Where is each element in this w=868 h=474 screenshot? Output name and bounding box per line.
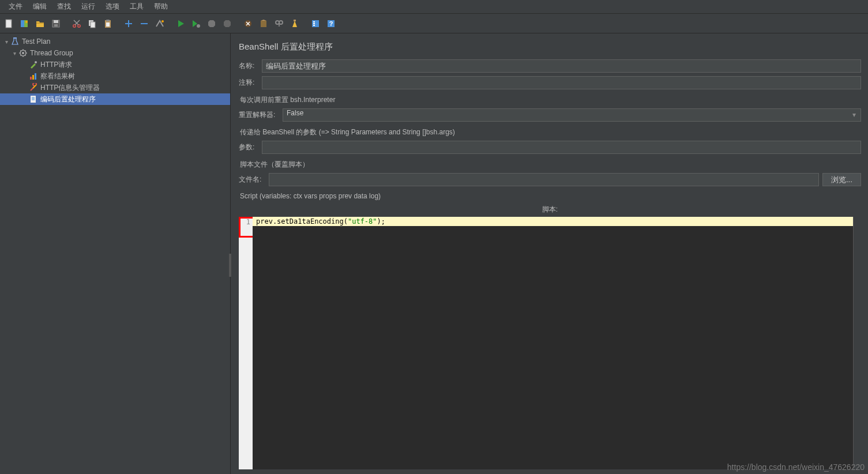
- svg-point-15: [161, 20, 164, 22]
- params-section-label: 传递给 BeanShell 的参数 (=> String Parameters …: [240, 127, 861, 137]
- reset-search-icon[interactable]: [288, 17, 302, 31]
- reset-select[interactable]: False: [283, 108, 861, 122]
- tree-node-result-tree[interactable]: 察看结果树: [0, 70, 230, 82]
- menu-help[interactable]: 帮助: [149, 2, 173, 12]
- chevron-down-icon[interactable]: ▾: [10, 50, 18, 57]
- help-icon[interactable]: ?: [324, 17, 338, 31]
- pipette-icon: [29, 60, 38, 69]
- clear-icon[interactable]: [241, 17, 255, 31]
- reset-section-label: 每次调用前重置 bsh.Interpreter: [240, 95, 861, 105]
- templates-icon[interactable]: [18, 17, 32, 31]
- tree-node-test-plan[interactable]: ▾ Test Plan: [0, 36, 230, 47]
- tree-node-thread-group[interactable]: ▾ Thread Group: [0, 47, 230, 59]
- svg-rect-33: [32, 75, 34, 80]
- tree-label: HTTP请求: [40, 60, 72, 70]
- panel-title: BeanShell 后置处理程序: [239, 42, 861, 52]
- svg-rect-25: [313, 25, 315, 26]
- filename-label: 文件名:: [239, 175, 265, 185]
- scriptfile-section-label: 脚本文件（覆盖脚本）: [240, 160, 861, 170]
- paste-icon[interactable]: [101, 17, 115, 31]
- stop-icon[interactable]: [205, 17, 219, 31]
- menu-file[interactable]: 文件: [3, 2, 28, 12]
- line-number: 1: [239, 218, 250, 226]
- function-helper-icon[interactable]: [309, 17, 322, 31]
- code-area[interactable]: prev.setDa1taEncoding("utf-8");: [253, 217, 853, 469]
- svg-rect-28: [13, 37, 17, 39]
- menu-bar: 文件 编辑 查找 运行 选项 工具 帮助: [0, 0, 868, 14]
- svg-rect-32: [30, 77, 32, 80]
- line-gutter: 1: [239, 217, 253, 469]
- search-icon[interactable]: [272, 17, 286, 31]
- script-hint-label: Script (variables: ctx vars props prev d…: [240, 192, 861, 200]
- svg-rect-18: [261, 21, 266, 27]
- open-icon[interactable]: [33, 17, 47, 31]
- svg-point-31: [35, 61, 37, 63]
- tree-node-beanshell-post[interactable]: 编码后置处理程序: [0, 93, 230, 105]
- code-editor[interactable]: 1 prev.setDa1taEncoding("utf-8");: [239, 217, 861, 469]
- menu-tools[interactable]: 工具: [125, 2, 149, 12]
- menu-options[interactable]: 选项: [100, 2, 125, 12]
- reset-label: 重置解释器:: [239, 110, 279, 120]
- tree-label: 编码后置处理程序: [40, 95, 96, 104]
- tree-node-header-manager[interactable]: HTTP信息头管理器: [0, 82, 230, 93]
- svg-text:?: ?: [329, 20, 333, 27]
- code-line[interactable]: prev.setDa1taEncoding("utf-8");: [253, 217, 853, 226]
- svg-rect-34: [35, 73, 36, 80]
- menu-search[interactable]: 查找: [52, 2, 76, 12]
- name-field[interactable]: [262, 59, 861, 73]
- svg-point-3: [25, 21, 28, 23]
- svg-rect-6: [54, 20, 58, 23]
- script-label: 脚本:: [239, 205, 861, 215]
- save-icon[interactable]: [49, 17, 63, 31]
- toolbar: ?: [0, 14, 868, 33]
- browse-button[interactable]: 浏览...: [822, 173, 861, 186]
- comment-label: 注释:: [239, 78, 258, 88]
- svg-rect-24: [313, 23, 315, 24]
- svg-point-20: [279, 21, 283, 24]
- start-icon[interactable]: [174, 17, 187, 31]
- comment-field[interactable]: [262, 76, 861, 89]
- svg-rect-11: [91, 22, 95, 28]
- tree-panel: ▾ Test Plan ▾ Thread Group HTTP请求 察看结果树 …: [0, 33, 231, 474]
- tree-node-http-request[interactable]: HTTP请求: [0, 59, 230, 70]
- menu-run[interactable]: 运行: [76, 2, 100, 12]
- toggle-icon[interactable]: [153, 17, 167, 31]
- tree-label: HTTP信息头管理器: [40, 83, 100, 93]
- start-no-pause-icon[interactable]: [189, 17, 203, 31]
- svg-rect-22: [312, 20, 319, 27]
- svg-rect-4: [36, 22, 44, 24]
- tree-label: Thread Group: [30, 49, 73, 57]
- svg-rect-7: [54, 24, 58, 27]
- chart-icon: [29, 72, 38, 81]
- cut-icon[interactable]: [70, 17, 84, 31]
- name-label: 名称:: [239, 61, 258, 71]
- vertical-scrollbar[interactable]: [853, 217, 861, 469]
- svg-rect-35: [31, 96, 36, 103]
- clear-all-icon[interactable]: [257, 17, 270, 31]
- filename-field[interactable]: [269, 173, 819, 186]
- shutdown-icon[interactable]: [220, 17, 234, 31]
- splitter-handle[interactable]: [229, 254, 231, 277]
- gear-icon: [18, 48, 28, 58]
- main-area: ▾ Test Plan ▾ Thread Group HTTP请求 察看结果树 …: [0, 33, 868, 474]
- copy-icon[interactable]: [85, 17, 99, 31]
- svg-rect-23: [313, 21, 315, 22]
- svg-rect-21: [294, 20, 296, 21]
- test-plan-tree[interactable]: ▾ Test Plan ▾ Thread Group HTTP请求 察看结果树 …: [0, 33, 230, 105]
- menu-edit[interactable]: 编辑: [28, 2, 52, 12]
- svg-rect-1: [21, 20, 24, 27]
- params-label: 参数:: [239, 142, 258, 152]
- tree-label: 察看结果树: [40, 72, 75, 81]
- svg-rect-13: [106, 20, 110, 21]
- new-file-icon[interactable]: [2, 17, 16, 31]
- watermark-text: https://blog.csdn.net/weixin_47626220: [727, 462, 865, 472]
- collapse-icon[interactable]: [137, 17, 151, 31]
- document-icon: [29, 95, 38, 104]
- content-panel: BeanShell 后置处理程序 名称: 注释: 每次调用前重置 bsh.Int…: [231, 33, 868, 474]
- wrench-icon: [29, 83, 38, 92]
- chevron-down-icon[interactable]: ▾: [2, 39, 10, 45]
- tree-label: Test Plan: [22, 37, 50, 46]
- expand-icon[interactable]: [122, 17, 136, 31]
- svg-point-16: [197, 24, 200, 28]
- params-field[interactable]: [262, 141, 861, 154]
